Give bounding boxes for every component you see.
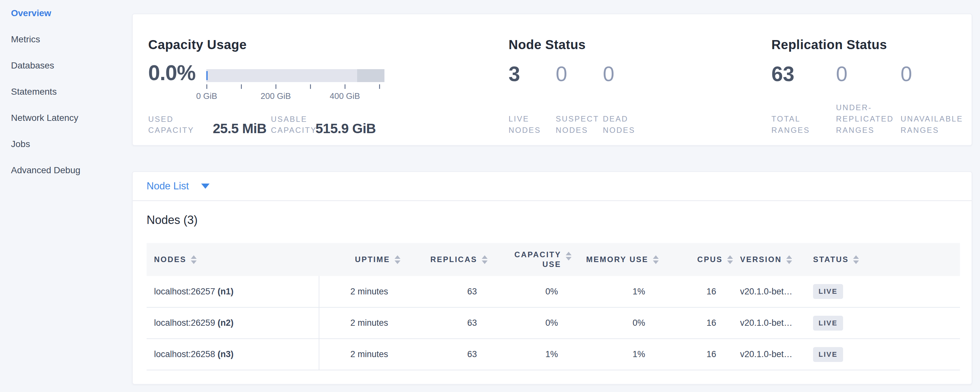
node-address: localhost:26259 bbox=[154, 318, 215, 328]
column-label: CPUS bbox=[697, 255, 723, 264]
total-ranges-value: 63 bbox=[772, 63, 836, 85]
sidebar: Overview Metrics Databases Statements Ne… bbox=[0, 0, 132, 392]
capacity-gauge-dark-segment bbox=[357, 69, 384, 82]
uptime-cell: 2 minutes bbox=[319, 276, 403, 308]
column-header-version[interactable]: VERSION bbox=[735, 243, 807, 276]
gauge-tick bbox=[379, 84, 380, 89]
used-capacity-label: USED CAPACITY bbox=[148, 114, 205, 136]
column-label: STATUS bbox=[813, 255, 849, 264]
node-id: (n2) bbox=[218, 318, 234, 328]
replication-status-title: Replication Status bbox=[772, 37, 887, 52]
nodes-table: NODES UPTIME REPLICAS CAPACITY USE MEMOR… bbox=[146, 243, 960, 370]
column-header-nodes[interactable]: NODES bbox=[146, 243, 319, 276]
version-cell: v20.1.0-bet… bbox=[735, 308, 807, 339]
dead-nodes-value: 0 bbox=[603, 63, 650, 85]
version-cell: v20.1.0-bet… bbox=[735, 276, 807, 308]
column-header-capacity-use[interactable]: CAPACITY USE bbox=[490, 243, 574, 276]
dead-nodes-label: DEAD NODES bbox=[603, 113, 650, 136]
sort-icon bbox=[786, 255, 792, 264]
live-nodes-label: LIVE NODES bbox=[509, 113, 556, 136]
uptime-cell: 2 minutes bbox=[319, 339, 403, 370]
gauge-tick bbox=[241, 84, 242, 89]
suspect-nodes-value: 0 bbox=[556, 63, 603, 85]
node-row-n2[interactable]: localhost:26259 (n2) 2 minutes 63 0% 0% … bbox=[146, 308, 960, 339]
sort-icon bbox=[191, 255, 197, 264]
cpus-cell: 16 bbox=[661, 276, 735, 308]
gauge-tick bbox=[345, 84, 345, 89]
under-replicated-ranges-label: UNDER-REPLICATED RANGES bbox=[836, 102, 900, 136]
gauge-tick bbox=[310, 84, 311, 89]
gauge-tick bbox=[206, 84, 207, 89]
node-address: localhost:26257 bbox=[154, 287, 215, 296]
sort-icon bbox=[482, 255, 488, 264]
sort-icon bbox=[566, 252, 571, 260]
column-label: NODES bbox=[154, 255, 186, 264]
sort-icon bbox=[653, 255, 659, 264]
capacity-gauge-used-marker bbox=[206, 71, 208, 80]
column-label: MEMORY USE bbox=[586, 255, 648, 264]
column-label: CAPACITY USE bbox=[513, 250, 561, 269]
total-ranges-label: TOTAL RANGES bbox=[772, 113, 836, 136]
replicas-cell: 63 bbox=[403, 308, 490, 339]
sidebar-item-jobs[interactable]: Jobs bbox=[0, 131, 132, 157]
version-cell: v20.1.0-bet… bbox=[735, 339, 807, 370]
used-capacity-value: 25.5 MiB bbox=[213, 121, 266, 136]
cluster-summary-card: Capacity Usage 0.0% 0 GiB200 GiB400 GiB … bbox=[132, 14, 972, 146]
node-address: localhost:26258 bbox=[154, 349, 215, 359]
column-label: VERSION bbox=[740, 255, 782, 264]
sort-icon bbox=[395, 255, 400, 264]
node-status-title: Node Status bbox=[509, 37, 586, 52]
gauge-tick bbox=[275, 84, 277, 89]
memory-use-cell: 1% bbox=[574, 339, 661, 370]
usable-capacity-value: 515.9 GiB bbox=[315, 121, 376, 136]
suspect-nodes-label: SUSPECT NODES bbox=[556, 113, 603, 136]
view-selector-dropdown[interactable]: Node List bbox=[133, 172, 972, 201]
sidebar-item-metrics[interactable]: Metrics bbox=[0, 26, 132, 53]
status-badge: LIVE bbox=[813, 347, 843, 362]
replicas-cell: 63 bbox=[403, 339, 490, 370]
uptime-cell: 2 minutes bbox=[319, 308, 403, 339]
node-row-n3[interactable]: localhost:26258 (n3) 2 minutes 63 1% 1% … bbox=[146, 339, 960, 370]
replicas-cell: 63 bbox=[403, 276, 490, 308]
sidebar-item-databases[interactable]: Databases bbox=[0, 53, 132, 78]
cpus-cell: 16 bbox=[661, 308, 735, 339]
gauge-tick-label: 400 GiB bbox=[319, 91, 371, 101]
sidebar-item-advanced-debug[interactable]: Advanced Debug bbox=[0, 157, 132, 183]
gauge-tick-label: 200 GiB bbox=[250, 91, 302, 101]
sort-icon bbox=[853, 255, 859, 264]
capacity-use-cell: 0% bbox=[490, 308, 574, 339]
gauge-tick-label: 0 GiB bbox=[181, 91, 232, 101]
status-cell: LIVE bbox=[807, 308, 960, 339]
status-badge: LIVE bbox=[813, 316, 843, 331]
column-header-uptime[interactable]: UPTIME bbox=[319, 243, 403, 276]
column-header-replicas[interactable]: REPLICAS bbox=[403, 243, 490, 276]
sidebar-item-network-latency[interactable]: Network Latency bbox=[0, 105, 132, 131]
node-status-values: 3 0 0 bbox=[509, 63, 650, 85]
sidebar-item-statements[interactable]: Statements bbox=[0, 78, 132, 105]
capacity-use-cell: 0% bbox=[490, 276, 574, 308]
capacity-usage-title: Capacity Usage bbox=[148, 37, 247, 52]
column-header-cpus[interactable]: CPUS bbox=[661, 243, 735, 276]
node-address-cell: localhost:26257 (n1) bbox=[146, 276, 319, 308]
replication-status-values: 63 0 0 bbox=[772, 63, 965, 85]
node-row-n1[interactable]: localhost:26257 (n1) 2 minutes 63 0% 1% … bbox=[146, 276, 960, 308]
sort-icon bbox=[727, 255, 733, 264]
column-label: REPLICAS bbox=[430, 255, 477, 264]
caret-down-icon bbox=[201, 183, 210, 189]
node-address-cell: localhost:26259 (n2) bbox=[146, 308, 319, 339]
sidebar-item-overview[interactable]: Overview bbox=[0, 0, 132, 26]
node-status-labels: LIVE NODES SUSPECT NODES DEAD NODES bbox=[509, 102, 650, 136]
column-label: UPTIME bbox=[355, 255, 390, 264]
unavailable-ranges-label: UNAVAILABLE RANGES bbox=[900, 113, 965, 136]
column-header-status[interactable]: STATUS bbox=[807, 243, 960, 276]
column-header-memory-use[interactable]: MEMORY USE bbox=[574, 243, 661, 276]
nodes-table-header-row: NODES UPTIME REPLICAS CAPACITY USE MEMOR… bbox=[146, 243, 960, 276]
memory-use-cell: 1% bbox=[574, 276, 661, 308]
node-id: (n3) bbox=[218, 349, 234, 359]
node-address-cell: localhost:26258 (n3) bbox=[146, 339, 319, 370]
capacity-use-cell: 1% bbox=[490, 339, 574, 370]
nodes-table-title: Nodes (3) bbox=[146, 213, 197, 227]
view-selector-label: Node List bbox=[146, 180, 189, 192]
under-replicated-ranges-value: 0 bbox=[836, 63, 900, 85]
node-id: (n1) bbox=[218, 287, 234, 296]
